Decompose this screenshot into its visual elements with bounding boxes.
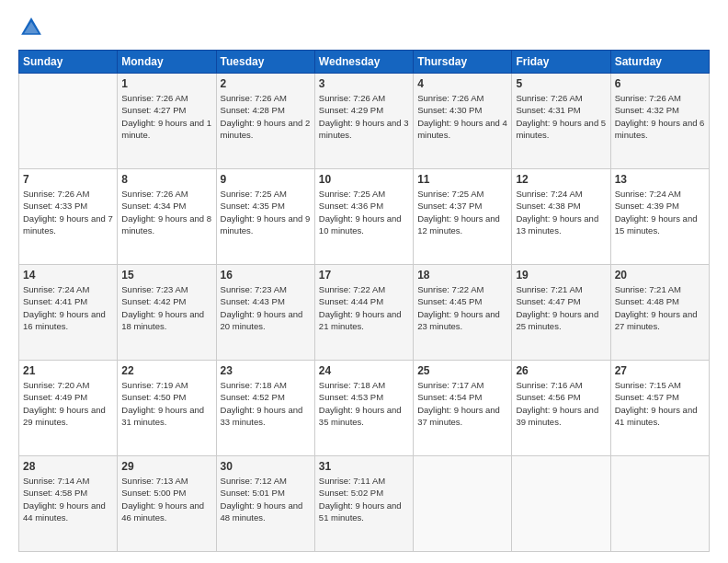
- day-number: 24: [319, 364, 409, 377]
- day-number: 3: [319, 77, 409, 90]
- week-row: 21 Sunrise: 7:20 AM Sunset: 4:49 PM Dayl…: [19, 361, 710, 456]
- day-info: Sunrise: 7:16 AM Sunset: 4:56 PM Dayligh…: [516, 379, 606, 428]
- day-info: Sunrise: 7:25 AM Sunset: 4:36 PM Dayligh…: [319, 188, 409, 236]
- day-info: Sunrise: 7:19 AM Sunset: 4:50 PM Dayligh…: [121, 379, 211, 428]
- day-cell: 22 Sunrise: 7:19 AM Sunset: 4:50 PM Dayl…: [118, 361, 216, 456]
- day-number: 29: [121, 460, 211, 473]
- day-info: Sunrise: 7:25 AM Sunset: 4:35 PM Dayligh…: [221, 188, 311, 236]
- logo-icon: [18, 15, 44, 40]
- day-number: 10: [319, 173, 409, 186]
- day-info: Sunrise: 7:23 AM Sunset: 4:42 PM Dayligh…: [121, 283, 211, 332]
- day-cell: 2 Sunrise: 7:26 AM Sunset: 4:28 PM Dayli…: [216, 74, 314, 169]
- day-number: 5: [516, 77, 606, 90]
- weekday-header: Thursday: [414, 51, 512, 74]
- day-cell: 15 Sunrise: 7:23 AM Sunset: 4:42 PM Dayl…: [118, 265, 216, 361]
- day-number: 25: [417, 364, 507, 377]
- day-cell: 13 Sunrise: 7:24 AM Sunset: 4:39 PM Dayl…: [610, 169, 709, 265]
- day-number: 28: [23, 460, 113, 473]
- day-cell: 25 Sunrise: 7:17 AM Sunset: 4:54 PM Dayl…: [414, 361, 512, 456]
- day-number: 6: [615, 77, 705, 90]
- day-info: Sunrise: 7:26 AM Sunset: 4:31 PM Dayligh…: [516, 92, 606, 141]
- day-cell: 21 Sunrise: 7:20 AM Sunset: 4:49 PM Dayl…: [19, 361, 118, 456]
- day-cell: 12 Sunrise: 7:24 AM Sunset: 4:38 PM Dayl…: [512, 169, 610, 265]
- day-info: Sunrise: 7:24 AM Sunset: 4:38 PM Dayligh…: [516, 188, 606, 236]
- day-cell: 30 Sunrise: 7:12 AM Sunset: 5:01 PM Dayl…: [216, 456, 314, 552]
- day-cell: 17 Sunrise: 7:22 AM Sunset: 4:44 PM Dayl…: [314, 265, 413, 361]
- day-cell: 4 Sunrise: 7:26 AM Sunset: 4:30 PM Dayli…: [414, 74, 512, 169]
- day-number: 7: [23, 173, 113, 186]
- day-number: 8: [121, 173, 211, 186]
- week-row: 28 Sunrise: 7:14 AM Sunset: 4:58 PM Dayl…: [19, 456, 710, 552]
- weekday-header: Sunday: [19, 51, 118, 74]
- day-cell: 31 Sunrise: 7:11 AM Sunset: 5:02 PM Dayl…: [314, 456, 413, 552]
- calendar: SundayMondayTuesdayWednesdayThursdayFrid…: [18, 50, 710, 552]
- day-number: 27: [615, 364, 705, 377]
- day-number: 12: [516, 173, 606, 186]
- day-info: Sunrise: 7:26 AM Sunset: 4:28 PM Dayligh…: [221, 92, 311, 141]
- header: [18, 15, 710, 40]
- day-number: 21: [23, 364, 113, 377]
- day-info: Sunrise: 7:11 AM Sunset: 5:02 PM Dayligh…: [319, 475, 409, 523]
- day-info: Sunrise: 7:14 AM Sunset: 4:58 PM Dayligh…: [23, 475, 113, 523]
- day-cell: 3 Sunrise: 7:26 AM Sunset: 4:29 PM Dayli…: [314, 74, 413, 169]
- day-cell: 28 Sunrise: 7:14 AM Sunset: 4:58 PM Dayl…: [19, 456, 118, 552]
- day-cell: [19, 74, 118, 169]
- day-cell: 6 Sunrise: 7:26 AM Sunset: 4:32 PM Dayli…: [610, 74, 709, 169]
- day-cell: 14 Sunrise: 7:24 AM Sunset: 4:41 PM Dayl…: [19, 265, 118, 361]
- day-info: Sunrise: 7:26 AM Sunset: 4:34 PM Dayligh…: [121, 188, 211, 236]
- day-number: 19: [516, 269, 606, 282]
- day-cell: 19 Sunrise: 7:21 AM Sunset: 4:47 PM Dayl…: [512, 265, 610, 361]
- day-number: 31: [319, 460, 409, 473]
- day-cell: 27 Sunrise: 7:15 AM Sunset: 4:57 PM Dayl…: [610, 361, 709, 456]
- day-number: 14: [23, 269, 113, 282]
- day-number: 9: [221, 173, 311, 186]
- weekday-header-row: SundayMondayTuesdayWednesdayThursdayFrid…: [19, 51, 710, 74]
- day-number: 17: [319, 269, 409, 282]
- day-number: 15: [121, 269, 211, 282]
- day-info: Sunrise: 7:22 AM Sunset: 4:45 PM Dayligh…: [417, 283, 507, 332]
- day-number: 4: [417, 77, 507, 90]
- day-cell: 11 Sunrise: 7:25 AM Sunset: 4:37 PM Dayl…: [414, 169, 512, 265]
- day-info: Sunrise: 7:18 AM Sunset: 4:53 PM Dayligh…: [319, 379, 409, 428]
- day-info: Sunrise: 7:21 AM Sunset: 4:47 PM Dayligh…: [516, 283, 606, 332]
- day-info: Sunrise: 7:26 AM Sunset: 4:29 PM Dayligh…: [319, 92, 409, 141]
- day-number: 13: [615, 173, 705, 186]
- weekday-header: Wednesday: [314, 51, 413, 74]
- day-number: 22: [121, 364, 211, 377]
- day-cell: 20 Sunrise: 7:21 AM Sunset: 4:48 PM Dayl…: [610, 265, 709, 361]
- logo: [18, 15, 48, 40]
- day-cell: 29 Sunrise: 7:13 AM Sunset: 5:00 PM Dayl…: [118, 456, 216, 552]
- day-info: Sunrise: 7:24 AM Sunset: 4:41 PM Dayligh…: [23, 283, 113, 332]
- day-number: 16: [221, 269, 311, 282]
- day-cell: 23 Sunrise: 7:18 AM Sunset: 4:52 PM Dayl…: [216, 361, 314, 456]
- day-cell: [414, 456, 512, 552]
- day-cell: 8 Sunrise: 7:26 AM Sunset: 4:34 PM Dayli…: [118, 169, 216, 265]
- weekday-header: Tuesday: [216, 51, 314, 74]
- week-row: 7 Sunrise: 7:26 AM Sunset: 4:33 PM Dayli…: [19, 169, 710, 265]
- day-cell: 18 Sunrise: 7:22 AM Sunset: 4:45 PM Dayl…: [414, 265, 512, 361]
- weekday-header: Saturday: [610, 51, 709, 74]
- day-info: Sunrise: 7:17 AM Sunset: 4:54 PM Dayligh…: [417, 379, 507, 428]
- day-info: Sunrise: 7:26 AM Sunset: 4:33 PM Dayligh…: [23, 188, 113, 236]
- day-number: 18: [417, 269, 507, 282]
- day-cell: 5 Sunrise: 7:26 AM Sunset: 4:31 PM Dayli…: [512, 74, 610, 169]
- day-info: Sunrise: 7:26 AM Sunset: 4:30 PM Dayligh…: [417, 92, 507, 141]
- day-number: 26: [516, 364, 606, 377]
- day-number: 11: [417, 173, 507, 186]
- weekday-header: Friday: [512, 51, 610, 74]
- day-cell: 26 Sunrise: 7:16 AM Sunset: 4:56 PM Dayl…: [512, 361, 610, 456]
- day-number: 23: [221, 364, 311, 377]
- day-info: Sunrise: 7:25 AM Sunset: 4:37 PM Dayligh…: [417, 188, 507, 236]
- day-info: Sunrise: 7:22 AM Sunset: 4:44 PM Dayligh…: [319, 283, 409, 332]
- day-cell: 10 Sunrise: 7:25 AM Sunset: 4:36 PM Dayl…: [314, 169, 413, 265]
- day-cell: [512, 456, 610, 552]
- week-row: 14 Sunrise: 7:24 AM Sunset: 4:41 PM Dayl…: [19, 265, 710, 361]
- day-cell: 9 Sunrise: 7:25 AM Sunset: 4:35 PM Dayli…: [216, 169, 314, 265]
- day-info: Sunrise: 7:12 AM Sunset: 5:01 PM Dayligh…: [221, 475, 311, 523]
- day-number: 1: [121, 77, 211, 90]
- day-number: 30: [221, 460, 311, 473]
- day-info: Sunrise: 7:15 AM Sunset: 4:57 PM Dayligh…: [615, 379, 705, 428]
- day-info: Sunrise: 7:13 AM Sunset: 5:00 PM Dayligh…: [121, 475, 211, 523]
- page: SundayMondayTuesdayWednesdayThursdayFrid…: [0, 0, 728, 563]
- day-info: Sunrise: 7:26 AM Sunset: 4:27 PM Dayligh…: [121, 92, 211, 141]
